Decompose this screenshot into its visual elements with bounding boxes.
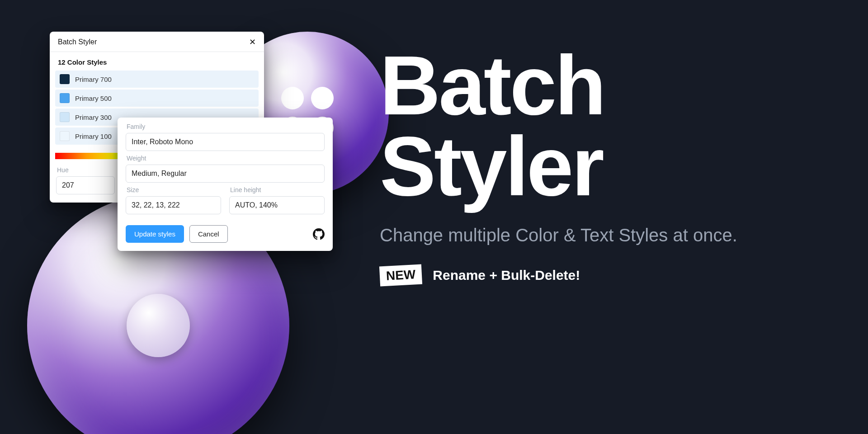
new-badge: NEW bbox=[379, 264, 423, 287]
panel-title: Batch Styler bbox=[58, 38, 97, 46]
hue-input[interactable] bbox=[56, 176, 115, 194]
new-feature-text: Rename + Bulk-Delete! bbox=[433, 268, 580, 283]
close-icon[interactable]: ✕ bbox=[249, 38, 256, 46]
style-label: Primary 100 bbox=[75, 132, 112, 140]
section-title: 12 Color Styles bbox=[50, 52, 264, 71]
color-swatch bbox=[60, 112, 70, 122]
family-label: Family bbox=[127, 123, 325, 130]
size-input[interactable] bbox=[126, 196, 221, 214]
panel-header: Batch Styler ✕ bbox=[50, 32, 264, 52]
lineheight-input[interactable] bbox=[229, 196, 325, 214]
hero-tagline: Change multiple Color & Text Styles at o… bbox=[380, 223, 832, 247]
hero-title: Batch Styler bbox=[380, 45, 832, 207]
lineheight-label: Line height bbox=[230, 186, 325, 193]
weight-input[interactable] bbox=[126, 165, 325, 183]
update-styles-button[interactable]: Update styles bbox=[126, 225, 184, 243]
size-label: Size bbox=[127, 186, 221, 193]
text-styles-panel: Family Weight Size Line height Update st… bbox=[118, 118, 333, 251]
hero-title-line1: Batch bbox=[380, 38, 604, 132]
hero-section: Batch Styler Change multiple Color & Tex… bbox=[380, 45, 832, 285]
style-label: Primary 300 bbox=[75, 113, 112, 121]
style-label: Primary 500 bbox=[75, 94, 112, 102]
family-input[interactable] bbox=[126, 133, 325, 151]
color-swatch bbox=[60, 93, 70, 103]
style-label: Primary 700 bbox=[75, 75, 112, 83]
hero-title-line2: Styler bbox=[380, 119, 603, 213]
new-feature-row: NEW Rename + Bulk-Delete! bbox=[380, 265, 832, 285]
style-row[interactable]: Primary 500 bbox=[55, 90, 259, 107]
github-icon[interactable] bbox=[313, 228, 325, 240]
style-row[interactable]: Primary 700 bbox=[55, 71, 259, 88]
cancel-button[interactable]: Cancel bbox=[189, 225, 228, 243]
color-swatch bbox=[60, 131, 70, 141]
color-swatch bbox=[60, 74, 70, 84]
weight-label: Weight bbox=[127, 155, 325, 162]
